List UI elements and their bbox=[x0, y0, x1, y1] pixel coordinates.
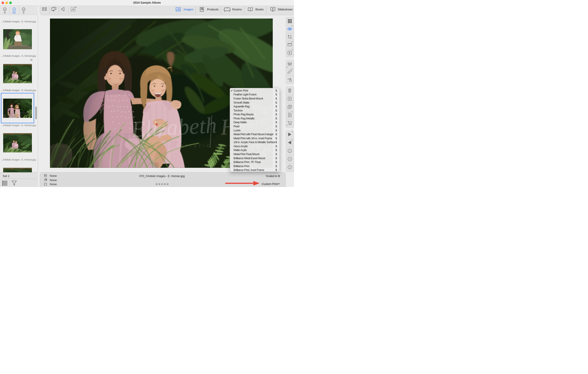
svg-text:Homan: Homan bbox=[25, 110, 32, 114]
svg-text:Elizabeth: Elizabeth bbox=[13, 111, 25, 115]
svg-text:ARTISTIC IMAGES: ARTISTIC IMAGES bbox=[19, 115, 28, 115]
svg-text:Elizabeth: Elizabeth bbox=[130, 112, 217, 142]
